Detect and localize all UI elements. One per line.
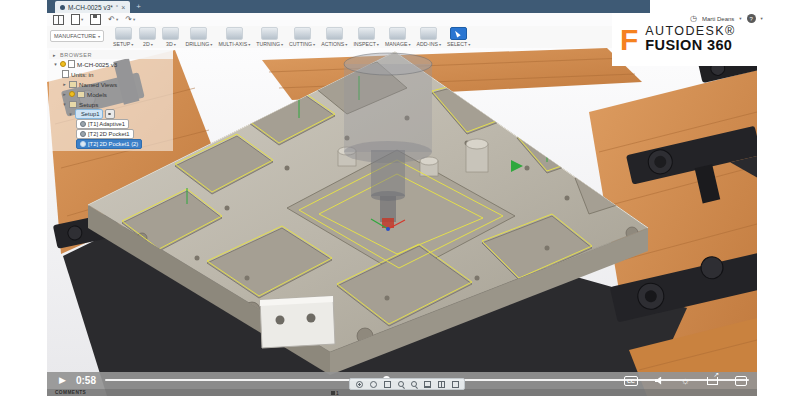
- comment-marker[interactable]: 1: [331, 390, 339, 396]
- pan-icon[interactable]: [384, 381, 391, 388]
- chevron-down-icon: ▾: [210, 42, 212, 47]
- tree-item-2d-pocket1[interactable]: [T2] 2D Pocket1: [49, 129, 173, 139]
- orbit-icon[interactable]: [356, 381, 363, 388]
- setup1-chip[interactable]: Setup1: [75, 109, 103, 119]
- visibility-bulb-icon[interactable]: [69, 91, 75, 97]
- workspace-selector[interactable]: MANUFACTURE ▾: [50, 30, 104, 42]
- browser-panel-header[interactable]: ▸ BROWSER: [49, 50, 173, 59]
- viewport-navigation-bar: [349, 378, 465, 390]
- chevron-down-icon: ▾: [131, 42, 133, 47]
- display-settings-icon[interactable]: [424, 381, 431, 388]
- tree-item-adaptive1[interactable]: [T1] Adaptive1: [49, 119, 173, 129]
- unsaved-indicator: °: [116, 4, 118, 10]
- document-tab[interactable]: M-CH-0025 v3* ° ×: [55, 1, 130, 13]
- quick-access-toolbar: ▾ ↶ ▾ ↷ ▾: [47, 13, 656, 26]
- brand-line-fusion360: FUSION 360: [645, 38, 735, 53]
- chevron-down-icon: ▾: [281, 42, 283, 47]
- user-name[interactable]: Marti Deans: [702, 16, 734, 22]
- ribbon-group-add-ins[interactable]: ADD-INS▾: [417, 27, 441, 47]
- look-at-icon[interactable]: [370, 381, 377, 388]
- ribbon-group-drilling[interactable]: DRILLING▾: [185, 27, 212, 47]
- new-tab-button[interactable]: +: [136, 2, 141, 11]
- ribbon-group-manage[interactable]: MANAGE▾: [385, 27, 411, 47]
- chevron-down-icon: ▾: [133, 17, 135, 22]
- ribbon-group-setup[interactable]: SETUP▾: [113, 27, 133, 47]
- settings-icon[interactable]: ☼: [681, 376, 690, 386]
- chevron-expanded-icon[interactable]: ▾: [68, 111, 73, 117]
- play-button[interactable]: ▶: [59, 376, 66, 385]
- cutting-icon: [294, 27, 311, 40]
- app-grid-icon[interactable]: [53, 15, 64, 25]
- chevron-down-icon: ▾: [313, 42, 315, 47]
- document-node-icon: [68, 60, 75, 68]
- tree-item-setups[interactable]: ▾ Setups: [49, 99, 173, 109]
- ribbon-group-3d[interactable]: 3D▾: [162, 27, 179, 47]
- group-label: SELECT: [447, 41, 467, 47]
- save-button[interactable]: [90, 14, 101, 25]
- chevron-down-icon: ▾: [98, 34, 100, 39]
- ribbon-group-actions[interactable]: ACTIONS▾: [321, 27, 347, 47]
- folder-icon: [77, 91, 85, 98]
- volume-icon[interactable]: [655, 377, 664, 385]
- comments-label[interactable]: COMMENTS: [55, 390, 86, 395]
- group-label: MULTI-AXIS: [218, 41, 247, 47]
- tree-item-root[interactable]: ▾ M-CH-0025 v3: [49, 59, 173, 69]
- group-label: CUTTING: [289, 41, 312, 47]
- playback-time: 0:58: [76, 375, 96, 386]
- group-label: MANAGE: [385, 41, 407, 47]
- chevron-down-icon: ▾: [468, 42, 470, 47]
- tree-item-units[interactable]: Units: in: [49, 69, 173, 79]
- drilling-icon: [190, 27, 207, 40]
- tree-item-label: [T2] 2D Pocket1 (2): [88, 141, 138, 147]
- tree-item-named-views[interactable]: ▸ Named Views: [49, 79, 173, 89]
- collapse-panel-icon: ▸: [52, 52, 57, 58]
- viewports-icon[interactable]: [452, 381, 459, 388]
- chevron-collapsed-icon[interactable]: ▸: [62, 91, 67, 97]
- visibility-eye-icon[interactable]: [105, 109, 115, 119]
- chevron-down-icon: ▾: [377, 42, 379, 47]
- chevron-down-icon: ▾: [408, 42, 410, 47]
- fullscreen-icon[interactable]: [735, 376, 747, 386]
- operation-chip[interactable]: [T2] 2D Pocket1: [76, 129, 134, 139]
- ribbon-group-turning[interactable]: TURNING▾: [256, 27, 283, 47]
- chevron-down-icon: ▾: [739, 16, 741, 21]
- zoom-icon[interactable]: [398, 381, 404, 387]
- chevron-expanded-icon[interactable]: ▾: [53, 61, 58, 67]
- chevron-down-icon: ▾: [174, 42, 176, 47]
- visibility-bulb-icon[interactable]: [60, 61, 66, 67]
- ribbon-group-multi-axis[interactable]: MULTI-AXIS▾: [218, 27, 250, 47]
- closed-captions-button[interactable]: CC: [624, 376, 638, 386]
- group-label: ADD-INS: [417, 41, 438, 47]
- tree-item-label: [T1] Adaptive1: [88, 121, 125, 127]
- grid-layout-icon[interactable]: [438, 381, 445, 388]
- document-tab-strip: M-CH-0025 v3* ° × +: [47, 0, 650, 13]
- ribbon-group-2d[interactable]: 2D▾: [139, 27, 156, 47]
- share-icon[interactable]: [707, 377, 718, 385]
- chevron-collapsed-icon[interactable]: ▸: [62, 81, 67, 87]
- file-menu-button[interactable]: ▾: [71, 14, 83, 25]
- operation-chip[interactable]: [T1] Adaptive1: [76, 119, 129, 129]
- undo-icon: ↶: [108, 16, 115, 24]
- tree-item-models[interactable]: ▸ Models: [49, 89, 173, 99]
- tree-item-setup1[interactable]: ▾ Setup1: [49, 109, 173, 119]
- ribbon-group-select[interactable]: SELECT▾: [447, 27, 470, 47]
- help-icon[interactable]: ?: [747, 14, 756, 23]
- tree-item-2d-pocket1-2[interactable]: [T2] 2D Pocket1 (2): [49, 139, 173, 149]
- fusion-f-mark-icon: F: [620, 28, 638, 52]
- undo-button[interactable]: ↶ ▾: [108, 16, 118, 24]
- tree-item-label: Named Views: [79, 81, 117, 88]
- ribbon-group-inspect[interactable]: INSPECT▾: [353, 27, 379, 47]
- file-icon: [71, 14, 80, 25]
- chevron-down-icon: ▾: [81, 17, 83, 22]
- browser-panel: ▸ BROWSER ▾ M-CH-0025 v3 Units: in ▸ Nam…: [49, 50, 173, 151]
- setups-folder-icon: [69, 101, 77, 108]
- operation-chip-selected[interactable]: [T2] 2D Pocket1 (2): [76, 139, 142, 149]
- zoom-window-icon[interactable]: [411, 381, 417, 387]
- actions-icon: [326, 27, 343, 40]
- group-label: 2D: [143, 41, 150, 47]
- redo-button[interactable]: ↷ ▾: [125, 16, 135, 24]
- ribbon-group-cutting[interactable]: CUTTING▾: [289, 27, 315, 47]
- tab-close-icon[interactable]: ×: [121, 4, 125, 11]
- clock-icon[interactable]: ◷: [690, 15, 697, 23]
- chevron-expanded-icon[interactable]: ▾: [62, 101, 67, 107]
